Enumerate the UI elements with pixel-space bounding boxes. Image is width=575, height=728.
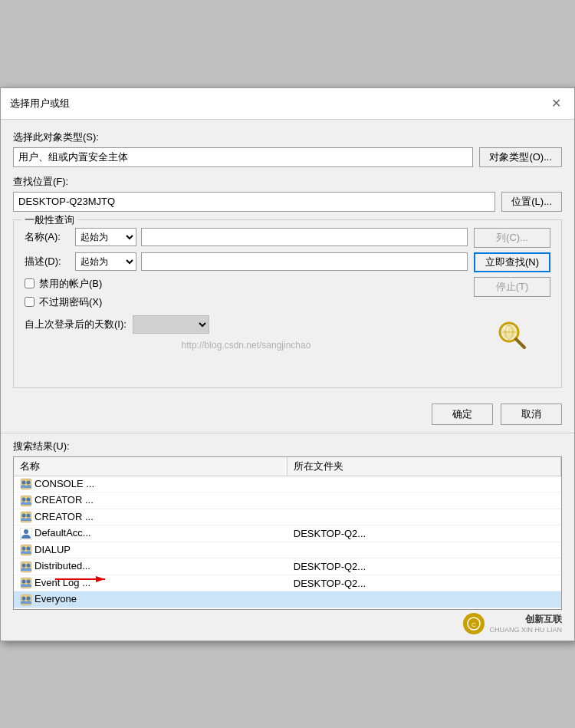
name-input[interactable]	[141, 228, 468, 246]
object-type-label: 选择此对象类型(S):	[13, 130, 562, 144]
columns-button[interactable]: 列(C)...	[474, 228, 550, 248]
search-now-button[interactable]: 立即查找(N)	[474, 252, 550, 272]
cell-folder	[288, 476, 561, 492]
cell-name: Guest	[14, 608, 288, 610]
row-name: DefaultAcc...	[34, 527, 91, 539]
table-row[interactable]: CREATOR ...	[14, 509, 561, 525]
query-name-row: 名称(A): 起始为	[25, 228, 468, 246]
no-expire-row: 不过期密码(X)	[25, 295, 468, 309]
stop-button[interactable]: 停止(T)	[474, 277, 550, 297]
svg-point-11	[27, 497, 31, 501]
ok-button[interactable]: 确定	[432, 404, 493, 425]
disabled-accounts-label: 禁用的帐户(B)	[39, 277, 102, 291]
query-buttons: 列(C)... 立即查找(N) 停止(T)	[474, 228, 550, 356]
cell-name: DefaultAcc...	[14, 525, 288, 542]
logo-area: C 创新互联 CHUANG XIN HU LIAN	[463, 613, 562, 634]
desc-filter-select[interactable]: 起始为	[75, 252, 136, 271]
svg-point-22	[27, 563, 31, 567]
title-bar: 选择用户或组 ✕	[1, 88, 574, 120]
results-table: 名称 所在文件夹 CONSOLE ...CREATOR ...CREATOR .…	[14, 457, 561, 610]
cell-folder: DESKTOP-Q2...	[288, 525, 561, 542]
search-icon-container	[474, 317, 550, 356]
table-row[interactable]: Event Log ...DESKTOP-Q2...	[14, 575, 561, 591]
row-name: CREATOR ...	[34, 494, 94, 506]
desc-label: 描述(D):	[25, 255, 71, 268]
table-row[interactable]: DefaultAcc...DESKTOP-Q2...	[14, 525, 561, 542]
table-row[interactable]: GuestDESKTOP-Q2...	[14, 608, 561, 610]
disabled-accounts-row: 禁用的帐户(B)	[25, 277, 468, 291]
logo-icon: C	[463, 613, 485, 634]
object-type-input[interactable]	[13, 147, 473, 167]
location-row: 查找位置(F): 位置(L)...	[13, 175, 562, 212]
ok-cancel-row: 确定 取消	[1, 396, 574, 433]
select-user-dialog: 选择用户或组 ✕ 选择此对象类型(S): 对象类型(O)... 查找位置(F):…	[0, 87, 575, 641]
desc-input[interactable]	[141, 252, 468, 271]
disabled-accounts-checkbox[interactable]	[25, 278, 34, 288]
svg-point-18	[22, 547, 26, 551]
cell-name: CONSOLE ...	[14, 476, 288, 492]
table-wrapper: 名称 所在文件夹 CONSOLE ...CREATOR ...CREATOR .…	[13, 456, 562, 610]
name-label: 名称(A):	[25, 230, 71, 244]
col-header-folder[interactable]: 所在文件夹	[288, 457, 561, 476]
location-button[interactable]: 位置(L)...	[501, 192, 562, 212]
cell-folder	[288, 509, 561, 525]
table-row[interactable]: CONSOLE ...	[14, 476, 561, 492]
results-table-container[interactable]: 名称 所在文件夹 CONSOLE ...CREATOR ...CREATOR .…	[13, 456, 562, 610]
watermark-text: http://blog.csdn.net/sangjinchao	[25, 340, 468, 351]
row-name: Distributed...	[34, 560, 90, 572]
table-row[interactable]: CREATOR ...	[14, 492, 561, 509]
location-label: 查找位置(F):	[13, 175, 562, 189]
results-label: 搜索结果(U):	[13, 440, 562, 453]
cell-name: Everyone	[14, 591, 288, 608]
svg-point-14	[27, 514, 31, 518]
query-grid: 名称(A): 起始为 描述(D): 起始为	[25, 228, 550, 356]
cell-folder: DESKTOP-Q2...	[288, 575, 561, 591]
logo-main-text: 创新互联	[489, 613, 562, 626]
svg-point-7	[22, 481, 26, 485]
cell-folder	[288, 591, 561, 608]
cell-name: CREATOR ...	[14, 492, 288, 509]
section-title: 一般性查询	[21, 213, 77, 227]
results-section: 搜索结果(U): 名称 所在文件夹 CONSOLE ...CREATOR ...…	[1, 433, 574, 610]
object-type-button[interactable]: 对象类型(O)...	[479, 147, 562, 167]
cell-name: Event Log ...	[14, 575, 288, 591]
svg-point-25	[27, 580, 31, 584]
logo-text-area: 创新互联 CHUANG XIN HU LIAN	[489, 613, 562, 634]
since-label: 自上次登录后的天数(I):	[25, 318, 127, 331]
col-header-name[interactable]: 名称	[14, 457, 288, 476]
table-row[interactable]: DIALUP	[14, 542, 561, 558]
svg-point-15	[24, 529, 28, 534]
row-name: Everyone	[34, 593, 77, 604]
row-name: CONSOLE ...	[34, 478, 94, 489]
svg-line-2	[516, 339, 524, 348]
cancel-button[interactable]: 取消	[501, 404, 562, 425]
since-select[interactable]	[133, 315, 209, 334]
cell-name: Distributed...	[14, 558, 288, 575]
dialog-body: 选择此对象类型(S): 对象类型(O)... 查找位置(F): 位置(L)...…	[1, 120, 574, 388]
svg-point-28	[27, 597, 31, 601]
cell-folder: DESKTOP-Q2...	[288, 608, 561, 610]
no-expire-label: 不过期密码(X)	[39, 295, 102, 309]
no-expire-checkbox[interactable]	[25, 297, 34, 307]
cell-folder: DESKTOP-Q2...	[288, 558, 561, 575]
footer: C 创新互联 CHUANG XIN HU LIAN	[1, 610, 574, 641]
svg-point-24	[22, 580, 26, 584]
svg-point-21	[22, 563, 26, 567]
svg-text:C: C	[472, 621, 477, 628]
name-filter-select[interactable]: 起始为	[75, 228, 136, 246]
since-row: 自上次登录后的天数(I):	[25, 315, 468, 334]
svg-point-27	[22, 597, 26, 601]
general-query-section: 一般性查询 名称(A): 起始为 描述(D): 起	[13, 219, 562, 388]
cell-folder	[288, 542, 561, 558]
location-input[interactable]	[13, 192, 495, 212]
magnifier-icon	[494, 317, 531, 354]
logo-svg: C	[466, 616, 481, 631]
close-button[interactable]: ✕	[547, 94, 565, 113]
query-left: 名称(A): 起始为 描述(D): 起始为	[25, 228, 468, 356]
row-name: Event Log ...	[34, 577, 90, 588]
table-row[interactable]: Distributed...DESKTOP-Q2...	[14, 558, 561, 575]
object-type-row: 选择此对象类型(S): 对象类型(O)...	[13, 130, 562, 167]
table-row[interactable]: Everyone	[14, 591, 561, 608]
query-desc-row: 描述(D): 起始为	[25, 252, 468, 271]
row-name: DIALUP	[34, 544, 71, 555]
